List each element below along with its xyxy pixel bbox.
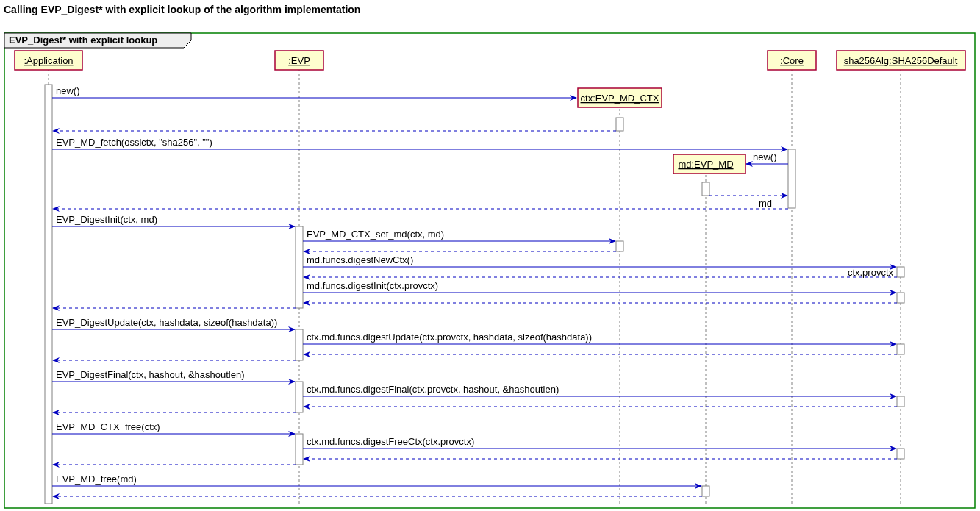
msg-return-md-label: md [759, 198, 772, 209]
msg-new-ctx-label: new() [56, 85, 80, 96]
msg-newctx-label: md.funcs.digestNewCtx() [307, 254, 413, 265]
activation-evp-4 [296, 434, 303, 465]
activation-evp-3 [296, 382, 303, 412]
activation-sha-5 [897, 449, 904, 459]
sequence-diagram: Calling EVP_Digest* with explicit lookup… [0, 0, 980, 511]
frame-border [4, 33, 975, 508]
msg-new-md-label: new() [753, 151, 777, 162]
activation-md-1 [702, 182, 709, 196]
msg-fetch-label: EVP_MD_fetch(osslctx, "sha256", "") [56, 137, 212, 148]
msg-provctx-label: ctx.provctx [848, 267, 894, 278]
activation-core-1 [788, 149, 795, 208]
participant-evp-label: :EVP [288, 55, 310, 66]
msg-digestfinal2-label: ctx.md.funcs.digestFinal(ctx.provctx, ha… [307, 384, 559, 395]
participant-sha-label: sha256Alg:SHA256Default [844, 55, 958, 66]
activation-sha-3 [897, 344, 904, 354]
activation-sha-4 [897, 396, 904, 407]
msg-digestupdate2-label: ctx.md.funcs.digestUpdate(ctx.provctx, h… [307, 332, 592, 343]
participant-core-label: :Core [780, 55, 804, 66]
participant-application-label: :Application [24, 55, 73, 66]
activation-evp-1 [296, 226, 303, 308]
msg-mdfree-label: EVP_MD_free(md) [56, 474, 137, 485]
diagram-title: Calling EVP_Digest* with explicit lookup… [4, 4, 360, 15]
msg-digestfinal-label: EVP_DigestFinal(ctx, hashout, &hashoutle… [56, 369, 245, 380]
activation-sha-1 [897, 267, 904, 277]
activation-ctx-1 [616, 118, 623, 131]
msg-ctxfree-label: EVP_MD_CTX_free(ctx) [56, 421, 160, 432]
activation-evp-2 [296, 329, 303, 360]
msg-digestupdate-label: EVP_DigestUpdate(ctx, hashdata, sizeof(h… [56, 317, 277, 328]
activation-sha-2 [897, 293, 904, 303]
frame-label: EVP_Digest* with explicit lookup [9, 35, 157, 46]
activation-application [45, 85, 52, 504]
activation-md-2 [702, 486, 709, 496]
msg-digestinit2-label: md.funcs.digestInit(ctx.provctx) [307, 280, 438, 291]
participant-md-label: md:EVP_MD [678, 159, 733, 170]
msg-setmd-label: EVP_MD_CTX_set_md(ctx, md) [307, 229, 444, 240]
msg-digestinit-label: EVP_DigestInit(ctx, md) [56, 214, 157, 225]
participant-ctx-label: ctx:EVP_MD_CTX [581, 93, 659, 104]
activation-ctx-2 [616, 241, 623, 251]
msg-freectx-label: ctx.md.funcs.digestFreeCtx(ctx.provctx) [307, 436, 474, 447]
